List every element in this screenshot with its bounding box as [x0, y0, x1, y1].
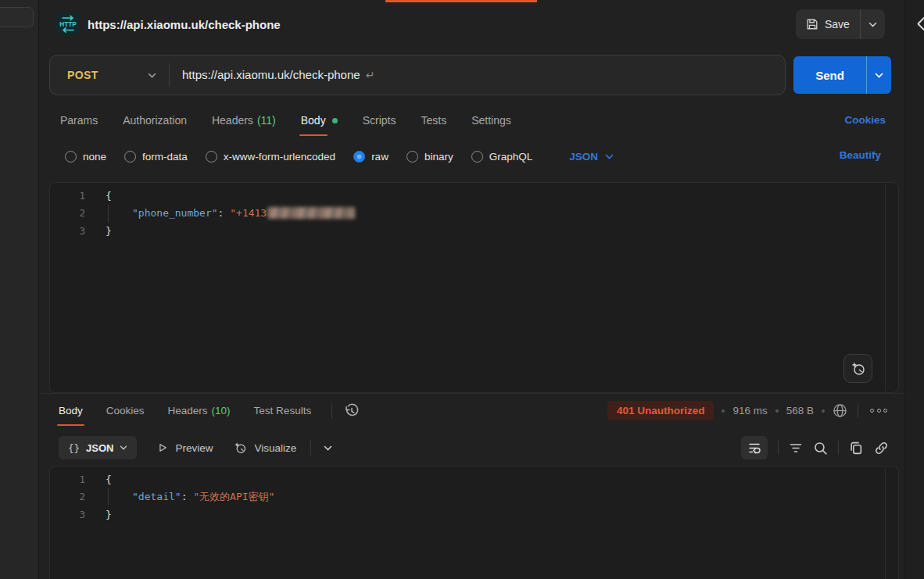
- filter-button[interactable]: [789, 441, 803, 455]
- chevron-down-icon: [868, 22, 877, 27]
- body-type-form-data[interactable]: form-data: [124, 151, 188, 163]
- line-number: 3: [50, 225, 85, 237]
- return-symbol: ↵: [366, 69, 375, 81]
- visualize-button[interactable]: Visualize: [233, 441, 296, 455]
- visualize-label: Visualize: [254, 442, 296, 454]
- copy-button[interactable]: [849, 441, 864, 456]
- url-value: https://api.xiaomu.uk/check-phone: [182, 68, 360, 81]
- response-status-bar: 401 Unauthorized 916 ms 568 B: [607, 394, 889, 427]
- sidebar-tab-partial[interactable]: [0, 7, 34, 27]
- active-tab-accent-bar: [385, 0, 537, 2]
- response-format-dropdown[interactable]: {} JSON: [59, 436, 137, 459]
- tab-label: Authorization: [123, 114, 187, 127]
- status-badge[interactable]: 401 Unauthorized: [607, 401, 714, 420]
- search-button[interactable]: [813, 441, 828, 456]
- chevron-down-icon: [120, 445, 127, 450]
- radio-icon: [353, 151, 365, 163]
- tab-headers[interactable]: Headers(11): [212, 103, 276, 138]
- tab-count-badge: (10): [212, 405, 231, 416]
- tab-label: Settings: [471, 114, 511, 127]
- filter-icon: [789, 441, 803, 455]
- chevron-down-icon: [875, 73, 883, 78]
- cookies-link[interactable]: Cookies: [844, 114, 886, 126]
- response-body-editor[interactable]: 1{2"detail": "无效的API密钥"3}: [49, 466, 899, 579]
- code-line: 1{: [50, 470, 898, 488]
- link-button[interactable]: [874, 441, 889, 456]
- redacted-value-blur: [267, 207, 355, 219]
- scrollbar-gutter[interactable]: [885, 467, 886, 579]
- tab-body[interactable]: Body: [59, 394, 83, 427]
- radio-label: x-www-form-urlencoded: [224, 151, 335, 163]
- beautify-link[interactable]: Beautify: [840, 149, 881, 161]
- dot-separator: [775, 409, 779, 413]
- code-line: 3}: [50, 506, 898, 524]
- save-icon: [806, 18, 818, 30]
- tab-label: Headers: [168, 405, 208, 416]
- body-type-x-www-form-urlencoded[interactable]: x-www-form-urlencoded: [206, 151, 335, 163]
- language-label: JSON: [569, 151, 598, 163]
- dot-separator: [822, 409, 825, 413]
- tab-body[interactable]: Body: [301, 103, 338, 138]
- divider: [858, 404, 858, 418]
- save-button[interactable]: Save: [796, 9, 885, 39]
- radio-icon: [206, 151, 217, 163]
- response-history: [331, 394, 360, 427]
- preview-button[interactable]: Preview: [157, 442, 213, 454]
- send-button[interactable]: Send: [793, 56, 891, 94]
- response-body-code: 1{2"detail": "无效的API密钥"3}: [50, 466, 898, 524]
- request-body-code: 1{2"phone_number": "+14133}: [50, 183, 898, 240]
- body-type-binary[interactable]: binary: [406, 151, 453, 163]
- request-body-editor[interactable]: 1{2"phone_number": "+14133}: [49, 182, 899, 393]
- tab-test-results[interactable]: Test Results: [254, 394, 312, 427]
- radio-label: none: [83, 151, 106, 163]
- radio-icon: [65, 151, 77, 163]
- body-type-none[interactable]: none: [65, 151, 106, 163]
- history-icon[interactable]: [343, 402, 360, 420]
- tab-tests[interactable]: Tests: [421, 103, 446, 138]
- code-line: 3}: [50, 222, 898, 240]
- save-dropdown-button[interactable]: [861, 22, 885, 27]
- scrollbar-gutter[interactable]: [885, 184, 886, 391]
- code-line: 2"detail": "无效的API密钥": [50, 488, 898, 506]
- tab-cookies[interactable]: Cookies: [106, 394, 145, 427]
- radio-label: raw: [371, 151, 389, 163]
- divider: [838, 441, 839, 455]
- tab-settings[interactable]: Settings: [471, 103, 511, 138]
- radio-label: form-data: [142, 151, 188, 163]
- request-url-bar: POST https://api.xiaomu.uk/check-phone↵: [49, 55, 786, 95]
- left-sidebar: [0, 0, 39, 579]
- method-selector[interactable]: POST: [50, 69, 169, 81]
- request-tabs: ParamsAuthorizationHeaders(11)BodyScript…: [60, 103, 511, 138]
- chevron-down-icon: [148, 73, 156, 78]
- indent-guide: [108, 205, 109, 223]
- toolbar-more-dropdown[interactable]: [324, 445, 332, 451]
- tab-params[interactable]: Params: [60, 103, 98, 138]
- response-action-icons: [741, 436, 889, 459]
- tab-label: Body: [59, 405, 83, 416]
- tab-label: Params: [60, 114, 98, 127]
- wrap-text-button[interactable]: [741, 436, 768, 459]
- http-request-icon: HTTP: [56, 13, 80, 35]
- body-type-raw[interactable]: raw: [353, 151, 389, 163]
- body-type-graphql[interactable]: GraphQL: [471, 151, 533, 163]
- radio-icon: [406, 151, 418, 163]
- postbot-button[interactable]: [843, 354, 872, 383]
- visualize-sparkle-icon: [233, 441, 247, 455]
- network-globe-icon[interactable]: [833, 403, 847, 418]
- url-input[interactable]: https://api.xiaomu.uk/check-phone↵: [170, 68, 374, 82]
- dot-separator: [722, 409, 725, 413]
- language-dropdown[interactable]: JSON: [569, 151, 614, 163]
- tab-scripts[interactable]: Scripts: [363, 103, 396, 138]
- layout-icon-partial: [917, 16, 924, 32]
- send-dropdown-button[interactable]: [867, 73, 891, 78]
- tab-authorization[interactable]: Authorization: [123, 103, 187, 138]
- more-options-icon[interactable]: [868, 407, 889, 414]
- send-label: Send: [793, 69, 866, 82]
- tab-label: Headers: [212, 114, 253, 127]
- save-label: Save: [825, 18, 850, 30]
- tab-headers[interactable]: Headers(10): [168, 394, 231, 427]
- response-panel: BodyCookiesHeaders(10)Test Results 401 U…: [41, 393, 904, 579]
- app-window: HTTP https://api.xiaomu.uk/check-phone S…: [0, 0, 924, 579]
- radio-label: binary: [424, 151, 453, 163]
- play-icon: [157, 442, 168, 453]
